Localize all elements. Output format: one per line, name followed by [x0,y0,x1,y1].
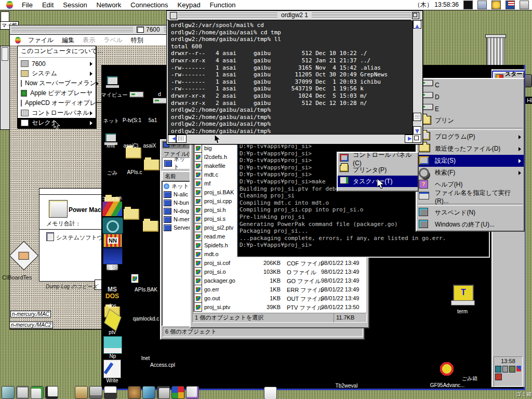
file-row[interactable]: read.me [194,232,225,241]
calendar-icon[interactable] [463,1,473,9]
host-desktop-doc-icon[interactable] [1,11,9,22]
menu-file[interactable]: File [17,1,37,9]
scroll-left-arrow[interactable] [168,135,176,143]
dock-icon-scale[interactable] [89,386,102,399]
file-row[interactable]: big [194,143,212,152]
menu-edit[interactable]: Edit [37,1,58,9]
remote-menu-edit[interactable]: 編集 [58,36,78,45]
zoom-box-icon[interactable] [412,12,419,19]
file-row[interactable]: proj_si.h [194,205,226,214]
dock-icon-drop[interactable] [142,386,155,399]
hscroll-thumb[interactable] [176,135,187,143]
gf95-icon[interactable] [436,357,457,380]
explorer-back-toolbar-combo[interactable]: ネット [162,157,190,169]
vscroll-thumb[interactable] [413,113,421,121]
msdos-icon[interactable]: MS DOS [102,286,122,302]
start-menu-item-programs[interactable]: プログラム(P) [417,131,524,143]
write-app-icon[interactable] [103,360,121,378]
apple-menu-system[interactable]: システム [18,69,96,78]
f5a1-folder-icon[interactable] [143,159,160,171]
us-flag-icon[interactable] [506,1,515,9]
bcb-app-icon[interactable] [103,248,123,264]
apple-menu-control-panels[interactable]: コントロールパネル [18,108,96,118]
asaix-folder-icon[interactable] [142,220,159,232]
help-icon[interactable] [491,1,501,9]
start-menu-item-shutdown[interactable]: Windows の終了(U)... [417,219,524,231]
apple-menu-7600[interactable]: 7600 [18,59,96,69]
file-row[interactable]: proj_si2.ptv [194,223,233,232]
menu-function[interactable]: Function [205,1,241,9]
start-menu-item-c[interactable]: C [417,79,524,91]
file-row[interactable]: proj_si.s [194,214,225,223]
tray-display-icon[interactable] [495,366,501,373]
terminal-hscrollbar[interactable] [168,134,413,143]
mifes-app-icon[interactable] [102,202,122,216]
dock-icon-gem[interactable] [2,386,15,399]
file-row[interactable]: mf [194,179,210,188]
dock-icon-domino[interactable] [104,386,117,399]
start-menu-item-e[interactable]: E [417,103,524,115]
apple-menu-cd-player[interactable]: AppleCD オーディオプレーヤ [18,98,96,108]
menu-network[interactable]: Network [92,1,126,9]
dock-icon-phone[interactable] [157,386,170,399]
remote-menu-special[interactable]: 特別 [127,36,148,45]
terminal-titlebar[interactable]: ordlgw2 1 [167,11,422,20]
tray-modem-icon[interactable] [509,366,515,373]
printer-icon[interactable] [520,1,529,9]
start-menu-item-find[interactable]: 検索(F) [417,167,524,179]
asaic-folder-icon[interactable] [123,208,140,220]
menu-keypad[interactable]: Keypad [173,1,205,9]
apple-menu-now-boomerang[interactable]: Now スーパーブーメラン [18,78,96,88]
submenu-control-panel[interactable]: コントロール パネル(C) [338,153,418,164]
scroll-up-arrow[interactable] [413,20,421,29]
close-box-icon[interactable] [170,12,177,19]
menu-session[interactable]: Session [58,1,91,9]
tree-item-n-alic[interactable]: N-alic [163,190,191,198]
scroll-right-arrow[interactable] [405,135,413,143]
dock-icon-compass[interactable] [186,386,199,399]
about-window-titlebar[interactable] [39,189,102,195]
dock-icon-form[interactable] [31,386,44,399]
dock-icon-calendar[interactable] [45,386,58,399]
tree-item-n-mer[interactable]: N-mer [163,215,191,223]
file-row[interactable]: proj_si.BAK [194,188,234,196]
menu-connections[interactable]: Connections [126,1,172,9]
tray-ime-icon[interactable] [516,366,522,371]
resize-grow-box[interactable] [413,134,421,143]
dock-icon-clipboard[interactable] [16,386,29,399]
wheel-app-icon[interactable] [102,217,123,234]
tray-plug-icon[interactable] [502,366,509,373]
apple-menu-icon[interactable] [6,1,13,9]
file-row[interactable]: proj_si.cpp [194,196,232,205]
terminal-vscrollbar[interactable] [413,20,421,135]
file-row[interactable]: mdt.c [194,170,218,179]
remote-mycomputer-icon[interactable] [105,76,119,88]
sliver-scrollbar[interactable] [2,47,8,61]
name-column-header[interactable]: 名前 [162,171,193,182]
file-row[interactable]: makefile [194,161,225,170]
tree-item-network[interactable]: ネットワ- [163,182,191,190]
remote-apple-menu-icon[interactable] [15,37,21,44]
nn-app-icon[interactable]: NN [103,234,122,247]
timbuktu-app-icon[interactable] [477,1,487,9]
apple-menu-video-player[interactable]: Apple ビデオプレーヤ [18,88,96,98]
dock-icon-puzzle[interactable] [171,386,184,399]
drive-d-icon[interactable] [153,98,167,104]
term-icon[interactable]: T [453,285,474,301]
tray-volume-icon[interactable] [495,374,502,380]
tree-item-n-dog[interactable]: N-dog [163,207,191,215]
scroll-down-arrow[interactable] [413,126,421,135]
file-row[interactable]: mdt.o [194,249,219,258]
start-menu-item-documents[interactable]: 最近使ったファイル(D) [417,143,524,155]
tree-item-server[interactable]: Server [163,223,191,232]
start-menu-item-suspend[interactable]: サスペンド(N) [417,207,524,219]
terminal-content[interactable]: ordlgw2:/var/spool/mail% cd ordlgw2:/hom… [168,20,416,136]
file-row[interactable]: Spidefs.h [194,241,228,249]
remote-menu-file[interactable]: ファイル [24,36,58,45]
start-menu-item-d[interactable]: D [417,91,524,103]
dock-icon-cat[interactable] [264,387,277,399]
dock-icon-person[interactable] [75,386,88,399]
start-menu-item-printers[interactable]: プリン [417,115,524,127]
dock-icon-monkey[interactable] [128,386,141,399]
start-menu-item-run[interactable]: ファイル名を指定して実行(R)... [417,191,524,203]
